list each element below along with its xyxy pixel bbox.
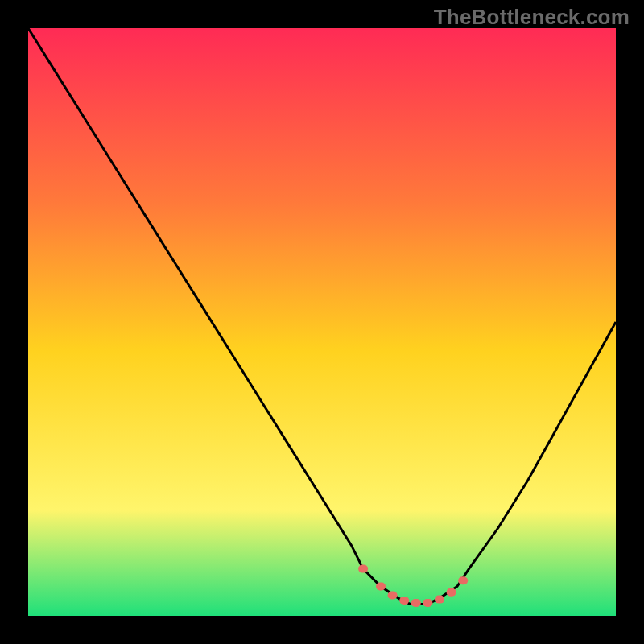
optimal-marker xyxy=(376,583,386,591)
optimal-marker xyxy=(447,588,456,597)
chart-frame: TheBottleneck.com xyxy=(0,0,644,644)
bottleneck-chart xyxy=(28,28,616,616)
optimal-marker xyxy=(435,596,444,604)
optimal-marker xyxy=(411,599,421,607)
gradient-background xyxy=(28,28,616,616)
optimal-marker xyxy=(423,599,432,607)
optimal-marker xyxy=(358,565,368,573)
watermark-text: TheBottleneck.com xyxy=(434,5,630,30)
optimal-marker xyxy=(388,592,398,600)
optimal-marker xyxy=(458,576,468,584)
optimal-marker xyxy=(399,597,409,605)
